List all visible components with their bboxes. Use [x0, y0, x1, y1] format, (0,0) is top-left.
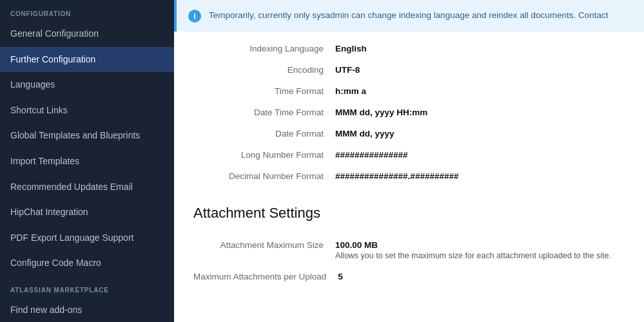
sidebar-item-general-configuration[interactable]: General Configuration [0, 21, 174, 47]
value-time-format: h:mm a [335, 86, 366, 96]
value-decimal-number: ###############.########## [335, 171, 458, 181]
value-datetime-format: MMM dd, yyyy HH:mm [335, 108, 427, 117]
setting-row-time-format: Time Format h:mm a [193, 80, 625, 102]
label-indexing-language: Indexing Language [193, 44, 335, 53]
setting-row-encoding: Encoding UTF-8 [193, 59, 625, 80]
setting-row-max-attachments-upload: Maximum Attachments per Upload 5 [193, 266, 625, 287]
setting-row-indexing-language: Indexing Language English [193, 38, 625, 59]
sidebar-item-global-templates[interactable]: Global Templates and Blueprints [0, 123, 174, 149]
value-date-format: MMM dd, yyyy [335, 129, 395, 138]
value-indexing-language: English [335, 44, 367, 53]
value-attachment-max-size: 100.00 MB [335, 240, 611, 250]
label-datetime-format: Date Time Format [193, 108, 335, 117]
attachment-settings-table: Attachment Maximum Size 100.00 MB Allows… [174, 228, 644, 294]
label-time-format: Time Format [193, 86, 335, 96]
sidebar-item-import-templates[interactable]: Import Templates [0, 149, 174, 175]
sidebar-item-recommended-updates[interactable]: Recommended Updates Email [0, 175, 174, 200]
setting-row-long-number: Long Number Format ############### [193, 144, 625, 166]
sidebar-item-further-configuration[interactable]: Further Configuration [0, 47, 174, 73]
label-attachment-max-size: Attachment Maximum Size [193, 240, 335, 250]
setting-row-datetime-format: Date Time Format MMM dd, yyyy HH:mm [193, 102, 625, 123]
sidebar-item-find-addons[interactable]: Find new add-ons [0, 298, 174, 322]
value-col-attachment-max: 100.00 MB Allows you to set the maximum … [335, 240, 611, 260]
value-encoding: UTF-8 [335, 65, 360, 75]
settings-table: Indexing Language English Encoding UTF-8… [174, 32, 644, 193]
label-decimal-number: Decimal Number Format [193, 171, 335, 181]
setting-row-date-format: Date Format MMM dd, yyyy [193, 123, 625, 144]
setting-row-decimal-number: Decimal Number Format ###############.##… [193, 166, 625, 187]
sub-attachment-max-size: Allows you to set the maximum size for e… [335, 251, 611, 260]
sidebar: CONFIGURATION General Configuration Furt… [0, 0, 174, 322]
sidebar-section-marketplace: ATLASSIAN MARKETPLACE [0, 276, 174, 298]
sidebar-item-pdf-export[interactable]: PDF Export Language Support [0, 225, 174, 251]
label-max-attachments-upload: Maximum Attachments per Upload [193, 272, 338, 281]
label-date-format: Date Format [193, 129, 335, 138]
sidebar-item-shortcut-links[interactable]: Shortcut Links [0, 98, 174, 124]
value-max-attachments-upload: 5 [338, 272, 343, 281]
main-content: i Temporarily, currently only sysadmin c… [174, 0, 644, 322]
info-banner: i Temporarily, currently only sysadmin c… [174, 0, 644, 32]
value-long-number: ############### [335, 150, 408, 160]
sidebar-item-code-macro[interactable]: Configure Code Macro [0, 251, 174, 276]
sidebar-item-languages[interactable]: Languages [0, 72, 174, 98]
sidebar-item-hipchat[interactable]: HipChat Integration [0, 200, 174, 225]
label-encoding: Encoding [193, 65, 335, 75]
sidebar-section-config: CONFIGURATION [0, 0, 174, 21]
label-long-number: Long Number Format [193, 150, 335, 160]
info-icon: i [188, 10, 201, 23]
info-banner-text: Temporarily, currently only sysadmin can… [209, 9, 609, 22]
setting-row-attachment-max-size: Attachment Maximum Size 100.00 MB Allows… [193, 234, 625, 266]
attachment-heading: Attachment Settings [193, 205, 625, 222]
